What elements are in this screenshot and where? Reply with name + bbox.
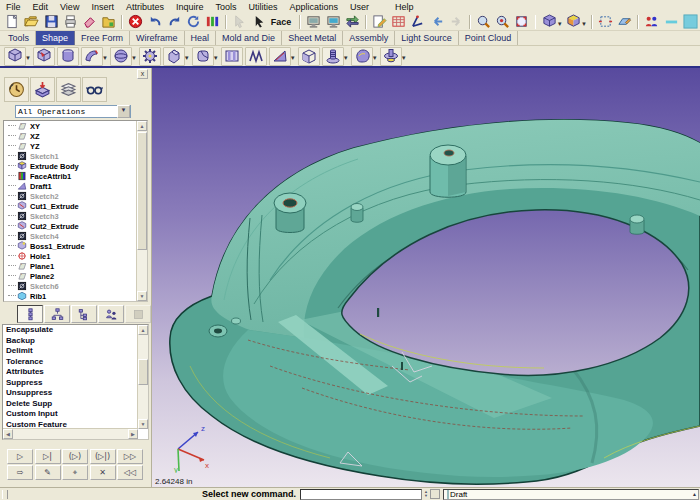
angle-pick-button[interactable] <box>409 13 427 30</box>
tab-assembly[interactable]: Assembly <box>343 31 395 45</box>
tree-item[interactable]: Boss1_Extrude <box>4 241 137 251</box>
undo-button[interactable] <box>146 13 164 30</box>
person-pair-button[interactable] <box>643 13 661 30</box>
rewind-button[interactable]: ◁◁ <box>117 465 143 480</box>
tree-scrollbar[interactable]: ▲ ▼ <box>136 121 147 301</box>
tree-item[interactable]: Cut1_Extrude <box>4 201 137 211</box>
pick-arrow-button[interactable] <box>250 13 268 30</box>
p-gear-button[interactable] <box>139 47 161 66</box>
tab-free-form[interactable]: Free Form <box>75 31 130 45</box>
monitor-button[interactable] <box>305 13 323 30</box>
dropdown-caret-icon[interactable]: ▼ <box>184 55 190 61</box>
tree-item[interactable]: Rib1 <box>4 291 137 301</box>
bounds-button[interactable] <box>596 13 614 30</box>
view-cube-button[interactable] <box>540 13 558 30</box>
tree-item[interactable]: Cut2_Extrude <box>4 221 137 231</box>
tab-light-source[interactable]: Light Source <box>395 31 459 45</box>
dropdown-caret-icon[interactable]: ▼ <box>25 55 31 61</box>
tree-item[interactable]: Hole1 <box>4 251 137 261</box>
p-bolt-button[interactable] <box>380 47 402 66</box>
p-draft-button[interactable] <box>269 47 291 66</box>
tab-heal[interactable]: Heal <box>185 31 217 45</box>
p-shell-button[interactable] <box>298 47 320 66</box>
tree-item[interactable]: Sketch2 <box>4 191 137 201</box>
face-grid-button[interactable] <box>390 13 408 30</box>
panel-tab-extrude-tab[interactable] <box>30 77 55 102</box>
erase-button[interactable] <box>80 13 98 30</box>
cyan-dash-button[interactable] <box>662 13 680 30</box>
operations-filter-dropdown[interactable]: All Operations ▼ <box>15 105 131 118</box>
panel-tab-visibility[interactable] <box>82 77 107 102</box>
operations-list-item[interactable]: Suppress <box>3 378 148 389</box>
tree-item[interactable]: Draft1 <box>4 181 137 191</box>
arrow-right-button[interactable] <box>447 13 465 30</box>
p-cut-button[interactable] <box>33 47 55 66</box>
replay-to-end-button[interactable]: ▷| <box>35 449 61 464</box>
v-tree-button[interactable] <box>44 305 70 323</box>
statusbar-grip[interactable] <box>2 490 8 499</box>
v-square-button[interactable] <box>125 305 151 323</box>
tree-item[interactable]: FaceAttrib1 <box>4 171 137 181</box>
dropdown-caret-icon[interactable]: ▼ <box>557 21 563 27</box>
level-dropdown[interactable]: Draft ▲▼ <box>443 489 699 500</box>
p-box-button[interactable] <box>4 47 26 66</box>
replay-fast-button[interactable]: ▷▷ <box>117 449 143 464</box>
save-button[interactable] <box>42 13 60 30</box>
operations-list-item[interactable]: Custom Input <box>3 409 148 420</box>
dropdown-caret-icon[interactable]: ▼ <box>213 55 219 61</box>
replay-step-button[interactable]: ▷ <box>7 449 33 464</box>
edit-sketch-button[interactable] <box>370 13 388 30</box>
p-blend-button[interactable] <box>351 47 373 66</box>
scroll-thumb[interactable] <box>137 132 147 250</box>
dropdown-caret-icon[interactable]: ▼ <box>581 21 587 27</box>
zoom-all-button[interactable] <box>474 13 492 30</box>
operations-scrollbar[interactable]: ▲ ▼ <box>137 325 148 429</box>
monitor-alt-button[interactable] <box>324 13 342 30</box>
input-option-toggle[interactable] <box>430 489 440 499</box>
operations-hscrollbar[interactable]: ◀ ▶ <box>3 428 138 439</box>
scroll-down-icon[interactable]: ▼ <box>138 419 148 429</box>
tab-tools[interactable]: Tools <box>2 31 36 45</box>
scroll-left-icon[interactable]: ◀ <box>3 429 13 439</box>
open-folder-button[interactable] <box>23 13 41 30</box>
tree-item[interactable]: Plane1 <box>4 261 137 271</box>
pick-flag-button[interactable] <box>231 13 249 30</box>
v-people-button[interactable] <box>98 305 124 323</box>
panel-tab-layers[interactable] <box>56 77 81 102</box>
model-3d-part[interactable] <box>152 68 700 487</box>
replay-loop-end-button[interactable]: (▷|) <box>90 449 116 464</box>
scroll-down-icon[interactable]: ▼ <box>137 291 147 301</box>
operations-list-item[interactable]: Attributes <box>3 367 148 378</box>
tree-item[interactable]: XZ <box>4 131 137 141</box>
shaded-cube-button[interactable] <box>564 13 582 30</box>
dropdown-caret-icon[interactable]: ▼ <box>131 55 137 61</box>
input-spinner[interactable]: ▲▼ <box>424 490 428 498</box>
plane-edit-button[interactable] <box>616 13 634 30</box>
tab-sheet-metal[interactable]: Sheet Metal <box>282 31 343 45</box>
p-mesh-button[interactable] <box>245 47 267 66</box>
print-button[interactable] <box>61 13 79 30</box>
p-thread-button[interactable] <box>322 47 344 66</box>
scroll-up-icon[interactable]: ▲ <box>137 121 147 131</box>
tab-shape[interactable]: Shape <box>36 31 75 45</box>
p-sweep-button[interactable] <box>81 47 103 66</box>
p-pattern-button[interactable] <box>221 47 243 66</box>
p-sphere-button[interactable] <box>110 47 132 66</box>
operations-list-item[interactable]: Delete Supp <box>3 399 148 410</box>
delete-feature-button[interactable]: ✕ <box>90 465 116 480</box>
dropdown-caret-icon[interactable]: ▼ <box>102 55 108 61</box>
redline-button[interactable]: ⌖ <box>62 465 88 480</box>
dropdown-caret-icon[interactable]: ▼ <box>401 55 407 61</box>
regen-button[interactable] <box>184 13 202 30</box>
p-revolve-button[interactable] <box>57 47 79 66</box>
operations-list-item[interactable]: Delimit <box>3 346 148 357</box>
command-input[interactable] <box>300 489 422 500</box>
tree-item[interactable]: Sketch3 <box>4 211 137 221</box>
operations-list-item[interactable]: Encapsulate <box>3 325 148 336</box>
operations-list-item[interactable]: Backup <box>3 336 148 347</box>
panel-tab-history[interactable] <box>4 77 29 102</box>
render-options-button[interactable] <box>204 13 222 30</box>
zoom-window-button[interactable] <box>494 13 512 30</box>
operations-list-item[interactable]: Unsuppress <box>3 388 148 399</box>
macro-folder-button[interactable] <box>100 13 118 30</box>
